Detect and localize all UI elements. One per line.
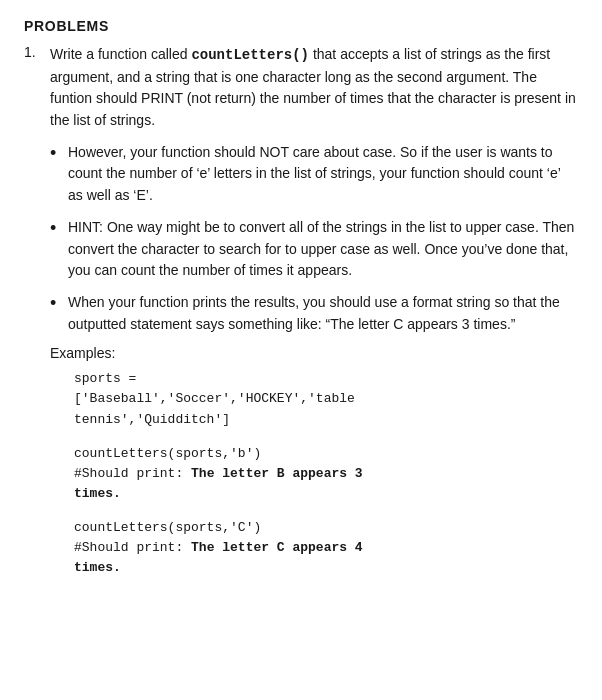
example-1-function-call: countLetters(sports,'b')	[74, 444, 578, 464]
example-2-function-call: countLetters(sports,'C')	[74, 518, 578, 538]
example-2-comment: #Should print: The letter C appears 4	[74, 538, 578, 558]
example-1-line1: sports =	[74, 369, 578, 389]
example-1-result-bold2: times.	[74, 486, 121, 501]
bullet-text-format: When your function prints the results, y…	[68, 292, 578, 335]
example-1-line2: ['Baseball','Soccer','HOCKEY','table	[74, 389, 578, 409]
bullet-list: • However, your function should NOT care…	[50, 142, 578, 336]
bullet-item-case: • However, your function should NOT care…	[50, 142, 578, 207]
example-1-comment-prefix: #Should print:	[74, 466, 191, 481]
problem-content: Write a function called countLetters() t…	[50, 44, 578, 593]
bullet-text-case: However, your function should NOT care a…	[68, 142, 578, 207]
example-1-comment: #Should print: The letter B appears 3	[74, 464, 578, 484]
problems-heading: PROBLEMS	[24, 18, 578, 34]
example-1-call: countLetters(sports,'b') #Should print: …	[74, 444, 578, 504]
bullet-dot-3: •	[50, 292, 60, 335]
function-name-code: countLetters()	[191, 47, 309, 63]
bullet-dot-1: •	[50, 142, 60, 207]
bullet-text-hint: HINT: One way might be to convert all of…	[68, 217, 578, 282]
problem-intro: Write a function called countLetters() t…	[50, 44, 578, 132]
example-2-result-bold: The letter C appears 4	[191, 540, 363, 555]
examples-label: Examples:	[50, 345, 578, 361]
example-1-result-bold: The letter B appears 3	[191, 466, 363, 481]
intro-text-before-code: Write a function called	[50, 46, 191, 62]
problem-item-1: 1. Write a function called countLetters(…	[24, 44, 578, 593]
bullet-item-format: • When your function prints the results,…	[50, 292, 578, 335]
example-2: countLetters(sports,'C') #Should print: …	[74, 518, 578, 578]
problem-number: 1.	[24, 44, 44, 593]
example-1-line3: tennis','Quidditch']	[74, 410, 578, 430]
bullet-item-hint: • HINT: One way might be to convert all …	[50, 217, 578, 282]
example-1-setup: sports = ['Baseball','Soccer','HOCKEY','…	[74, 369, 578, 429]
example-2-result-bold2: times.	[74, 560, 121, 575]
example-2-comment-prefix: #Should print:	[74, 540, 191, 555]
bullet-dot-2: •	[50, 217, 60, 282]
